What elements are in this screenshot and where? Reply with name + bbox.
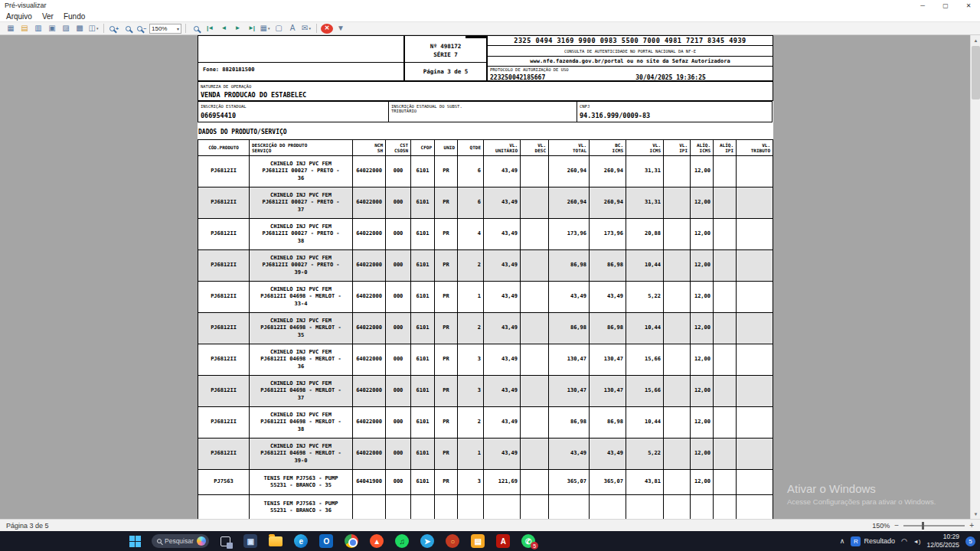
zoom-fit-icon[interactable] [190, 23, 202, 34]
app-icon-amber[interactable]: ▤ [469, 533, 487, 549]
dropdown-arrow-icon[interactable]: ▾ [268, 27, 270, 31]
table-cell: 000 [386, 439, 411, 470]
page-layout-icon[interactable]: ▦ [5, 23, 17, 34]
file-explorer-icon[interactable] [266, 533, 285, 549]
page-setup-icon[interactable]: ▩ [74, 23, 86, 34]
multipage-view-icon[interactable]: ▦▾ [259, 23, 271, 34]
open-icon[interactable]: ▤ [18, 23, 31, 34]
table-cell [198, 495, 250, 520]
table-cell [521, 344, 549, 376]
menu-fundo[interactable]: Fundo [64, 12, 85, 21]
table-cell: 43,49 [590, 439, 626, 470]
zoom-minus-icon[interactable]: − [894, 521, 899, 530]
dropdown-arrow-icon[interactable]: ▾ [309, 27, 311, 31]
notification-badge[interactable]: 5 [965, 536, 975, 546]
vertical-scrollbar[interactable]: ▲ ▼ [970, 35, 980, 519]
scroll-up-icon[interactable]: ▲ [971, 35, 980, 45]
print-options-icon[interactable]: ◫▾ [87, 23, 100, 34]
acrobat-icon[interactable]: A [494, 533, 512, 549]
single-page-icon[interactable]: ▢ [273, 23, 285, 34]
column-header: VL. ICMS [626, 140, 664, 156]
scrollbar-thumb[interactable] [972, 46, 980, 99]
telegram-icon-glyph: ➤ [420, 534, 434, 548]
zoom-out-icon[interactable]: − [136, 23, 148, 34]
table-cell [664, 156, 691, 187]
menu-arquivo[interactable]: Arquivo [6, 12, 32, 21]
close-button[interactable]: ✕ [957, 0, 980, 11]
table-cell: 43,49 [484, 187, 521, 219]
tray-app[interactable]: R Resultado [851, 536, 895, 546]
table-cell: PJ6812II [198, 313, 250, 344]
last-page-button[interactable]: ►| [245, 23, 257, 34]
firefox-icon[interactable]: ○ [443, 533, 462, 549]
scroll-down-icon[interactable]: ▼ [971, 509, 980, 519]
menu-ver[interactable]: Ver [42, 12, 54, 21]
toolbar: ▦▤▥▣▨▩◫▾+−150%▾|◄◄►►|▦▾▢A✉▾✕▼ [0, 22, 980, 35]
table-cell [691, 495, 714, 520]
task-view-button[interactable] [216, 533, 234, 549]
table-cell: 365,07 [549, 470, 590, 495]
whatsapp-icon[interactable]: ✆5 [519, 533, 537, 549]
table-cell: 2 [458, 250, 484, 282]
spotify-icon[interactable]: ♫ [393, 533, 411, 549]
more-options-icon[interactable]: ▼ [335, 23, 347, 34]
zoom-slider-thumb[interactable] [922, 522, 924, 530]
natureza-value: VENDA PRODUCAO DO ESTABELEC [201, 91, 306, 99]
chrome-icon-glyph [345, 534, 358, 548]
start-button[interactable] [126, 533, 145, 549]
zoom-level-combo[interactable]: 150%▾ [149, 24, 181, 34]
table-cell: 43,81 [626, 470, 664, 495]
telegram-icon[interactable]: ➤ [418, 533, 436, 549]
unread-badge: 5 [531, 542, 538, 549]
table-cell: PJ6812II [198, 439, 250, 470]
email-icon[interactable]: ✉▾ [300, 23, 312, 34]
table-cell [714, 282, 737, 313]
table-cell: 86,98 [549, 407, 590, 439]
first-page-button[interactable]: |◄ [204, 23, 216, 34]
app-icon-blue[interactable]: ▣ [241, 533, 260, 549]
table-cell: 86,98 [590, 313, 626, 344]
table-cell [521, 407, 549, 439]
table-cell [737, 156, 773, 187]
table-cell: 6101 [411, 187, 435, 219]
table-cell [664, 470, 691, 495]
zoom-normal-icon[interactable] [122, 23, 134, 34]
menubar: ArquivoVerFundo [0, 11, 980, 22]
table-cell: 260,94 [549, 187, 590, 219]
natureza-label: NATUREZA DE OPERAÇÃO [201, 84, 251, 89]
edge-icon[interactable]: e [292, 533, 310, 549]
minimize-button[interactable]: ─ [911, 0, 934, 11]
table-cell [714, 187, 737, 219]
table-row: PJ6812IICHINELO INJ PVC FEM PJ6812II 046… [198, 439, 773, 470]
volume-icon[interactable]: ◄ [913, 538, 921, 545]
zoom-plus-icon[interactable]: + [969, 521, 974, 530]
table-row: PJ6812IICHINELO INJ PVC FEM PJ6812II 046… [198, 376, 773, 407]
table-cell [411, 495, 435, 520]
zoom-slider-track[interactable] [903, 525, 965, 527]
print-icon[interactable]: ▣ [46, 23, 58, 34]
maximize-button[interactable]: ▢ [934, 0, 957, 11]
prev-page-button[interactable]: ◄ [217, 23, 230, 34]
taskbar-clock[interactable]: 10:29 12/05/2025 [926, 533, 959, 549]
chrome-icon[interactable] [342, 533, 361, 549]
save-icon[interactable]: ▥ [32, 23, 44, 34]
brave-icon[interactable]: ▲ [368, 533, 386, 549]
table-cell [714, 495, 737, 520]
zoom-in-icon[interactable]: + [108, 23, 120, 34]
print-direct-icon[interactable]: ▨ [60, 23, 72, 34]
combo-arrow-icon[interactable]: ▾ [177, 26, 179, 31]
dropdown-arrow-icon[interactable]: ▾ [96, 27, 99, 31]
watermark-title: Ativar o Windows [787, 482, 936, 495]
table-cell: 130,47 [590, 344, 626, 376]
table-cell: 31,31 [626, 187, 664, 219]
wifi-icon[interactable]: ◠ [901, 537, 907, 545]
outlook-icon[interactable]: O [317, 533, 335, 549]
text-mode-icon[interactable]: A [286, 23, 299, 34]
close-preview-button[interactable]: ✕ [321, 24, 333, 34]
table-cell [714, 313, 737, 344]
copilot-icon[interactable] [197, 536, 206, 546]
table-cell: 43,49 [590, 282, 626, 313]
tray-overflow-icon[interactable]: ∧ [840, 537, 845, 545]
next-page-button[interactable]: ► [231, 23, 243, 34]
taskbar-search[interactable]: Pesquisar [152, 534, 209, 548]
